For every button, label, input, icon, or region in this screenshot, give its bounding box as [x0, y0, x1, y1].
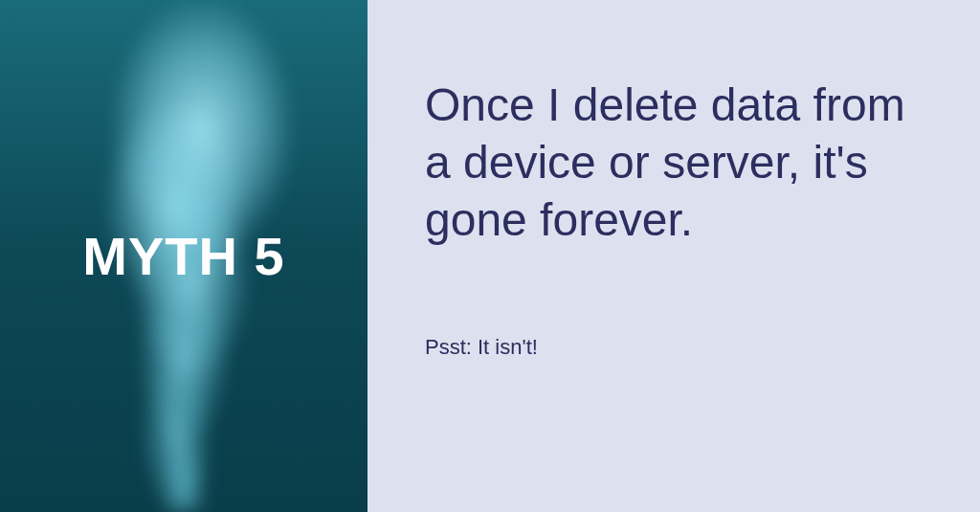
myth-response-text: Psst: It isn't! [425, 335, 923, 360]
left-image-panel: MYTH 5 [0, 0, 368, 512]
myth-statement-text: Once I delete data from a device or serv… [425, 77, 923, 249]
right-text-panel: Once I delete data from a device or serv… [368, 0, 980, 512]
myth-number-label: MYTH 5 [82, 225, 284, 287]
